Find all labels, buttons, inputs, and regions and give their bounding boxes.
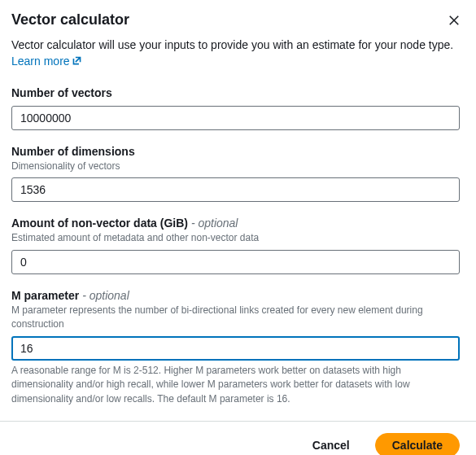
field-vectors: Number of vectors [11, 86, 460, 130]
modal-footer: Cancel Calculate [0, 422, 476, 455]
modal-title: Vector calculator [11, 11, 129, 28]
mparam-optional: - optional [79, 289, 129, 302]
nonvector-optional: - optional [188, 217, 238, 230]
nonvector-label: Amount of non-vector data (GiB) - option… [11, 217, 460, 230]
cancel-button[interactable]: Cancel [295, 433, 367, 455]
field-nonvector: Amount of non-vector data (GiB) - option… [11, 217, 460, 274]
modal-description: Vector calculator will use your inputs t… [11, 37, 460, 70]
nonvector-hint: Estimated amount of metadata and other n… [11, 231, 460, 245]
external-link-icon [72, 55, 82, 66]
dimensions-label: Number of dimensions [11, 145, 460, 158]
nonvector-input[interactable] [11, 250, 460, 274]
mparam-input[interactable] [11, 336, 460, 361]
mparam-help: A reasonable range for M is 2-512. Highe… [11, 364, 460, 406]
mparam-label-text: M parameter [11, 289, 79, 302]
field-dimensions: Number of dimensions Dimensionality of v… [11, 145, 460, 203]
mparam-label: M parameter - optional [11, 289, 460, 302]
mparam-hint: M parameter represents the number of bi-… [11, 304, 460, 331]
calculate-button[interactable]: Calculate [375, 433, 460, 455]
field-mparam: M parameter - optional M parameter repre… [11, 289, 460, 406]
vectors-label: Number of vectors [11, 86, 460, 99]
vectors-input[interactable] [11, 106, 460, 130]
dimensions-input[interactable] [11, 177, 460, 202]
description-text: Vector calculator will use your inputs t… [11, 38, 453, 51]
close-icon [447, 13, 461, 28]
modal-header: Vector calculator [11, 11, 460, 32]
nonvector-label-text: Amount of non-vector data (GiB) [11, 217, 188, 230]
dimensions-hint: Dimensionality of vectors [11, 160, 460, 173]
learn-more-text: Learn more [11, 55, 70, 68]
learn-more-link[interactable]: Learn more [11, 55, 82, 68]
close-button[interactable] [445, 11, 463, 32]
vector-calculator-modal: Vector calculator Vector calculator will… [0, 0, 476, 406]
